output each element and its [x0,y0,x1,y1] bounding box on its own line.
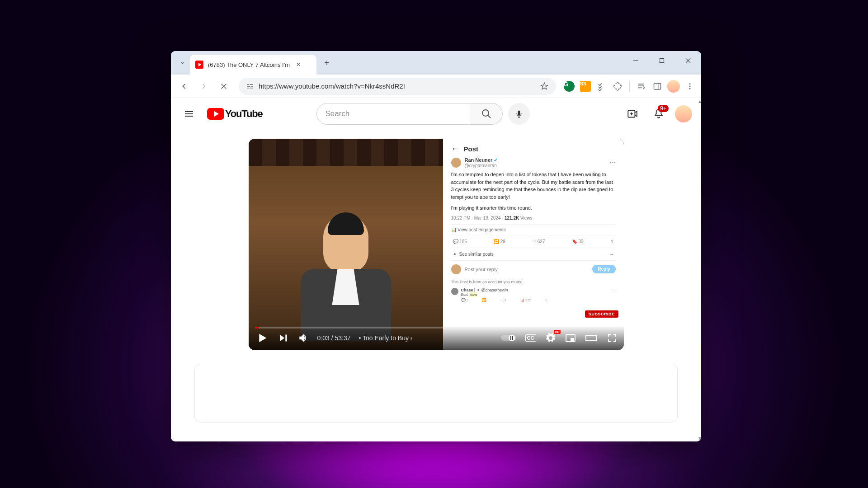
side-panel-icon[interactable] [651,80,664,93]
svg-rect-25 [518,111,520,115]
reply-thread: Chase | ✦ @chasethewin ⋯ that now 💬 1🔁♡ … [451,286,616,304]
video-presenter-region [249,139,443,350]
video-area: ← Post Ran Neuner ✔ @cryptomanran ⋯ I'm … [171,130,701,441]
new-tab-button[interactable]: + [320,56,334,70]
chevron-down-icon [179,60,186,66]
scroll-up-arrow[interactable]: ▴ [698,98,701,104]
url-text: https://www.youtube.com/watch?v=Nkr4ssNd… [259,82,535,90]
extension-grammarly[interactable]: G [562,80,576,93]
svg-rect-14 [638,87,642,88]
reply-row: Post your reply Reply [451,261,616,278]
reply-avatar [451,264,461,274]
back-button[interactable] [175,78,193,95]
tweet-back-icon: ← [451,144,459,154]
tabs-dropdown[interactable] [175,56,190,70]
search-container: Search [316,103,530,125]
svg-rect-34 [571,338,574,341]
svg-rect-6 [247,84,249,85]
url-field[interactable]: https://www.youtube.com/watch?v=Nkr4ssNd… [239,78,556,95]
extension-todoist[interactable] [595,80,609,93]
notification-badge: 9+ [658,105,669,112]
divider [629,81,630,92]
tweet-handle: @cryptomanran [465,163,498,168]
maximize-button[interactable] [649,51,675,70]
youtube-header: YouTube Search 9+ [171,98,701,130]
video-player[interactable]: ← Post Ran Neuner ✔ @cryptomanran ⋯ I'm … [249,139,624,350]
svg-rect-7 [250,84,253,85]
verified-icon: ✔ [494,157,498,163]
stop-reload-button[interactable] [215,78,232,95]
youtube-logo[interactable]: YouTube [207,108,262,120]
reply-input: Post your reply [465,267,589,272]
share-icon: ⇪ [610,239,614,244]
chrome-menu[interactable] [683,80,697,93]
address-bar: https://www.youtube.com/watch?v=Nkr4ssNd… [171,75,701,98]
subscribe-badge: SUBSCRIBE [585,310,618,318]
window-controls [623,51,701,70]
svg-rect-10 [247,88,249,89]
voice-search-button[interactable] [508,103,530,125]
bookmark-count: 🔖 35 [572,239,584,244]
browser-tab[interactable]: (6783) The ONLY 7 Altcoins I'm × [190,55,316,75]
svg-rect-32 [512,336,513,340]
chapter-title[interactable]: • Too Early to Buy › [359,334,412,342]
browser-titlebar: (6783) The ONLY 7 Altcoins I'm × + [171,51,701,75]
tweet-stats: 💬 185 🔁 29 ♡ 627 🔖 35 ⇪ [451,235,616,248]
forward-button[interactable] [195,78,212,95]
svg-rect-22 [185,116,193,117]
notifications-button[interactable]: 9+ [649,104,669,124]
tweet-body-1: I'm so tempted to degen into a list of t… [451,171,616,201]
create-button[interactable] [623,104,642,124]
autoplay-toggle[interactable] [501,334,516,342]
svg-rect-11 [250,88,253,89]
miniplayer-button[interactable] [565,333,576,343]
tweet-post-label: Post [464,145,479,153]
search-icon [481,108,492,119]
below-video-panel [194,364,678,422]
time-display: 0:03 / 53:37 [317,334,351,342]
tweet-meta: 10:22 PM · Mar 19, 2024 · 121.2K Views [451,216,616,221]
close-window-button[interactable] [675,51,701,70]
tweet-avatar [451,158,461,168]
video-frame: ← Post Ran Neuner ✔ @cryptomanran ⋯ I'm … [249,139,624,350]
extension-s3[interactable]: S3 [579,80,592,93]
settings-button[interactable]: HD [545,333,556,343]
tab-close-button[interactable]: × [294,61,302,69]
bookmark-star-icon[interactable] [540,82,549,91]
play-button[interactable] [255,331,269,345]
next-button[interactable] [278,332,289,344]
search-input[interactable]: Search [316,103,470,125]
tweet-body-2: I'm playing it smarter this time round. [451,204,616,212]
svg-point-30 [509,335,515,341]
svg-rect-1 [660,59,664,63]
tweet-author-name: Ran Neuner [465,157,493,163]
guide-menu-button[interactable] [180,105,198,123]
scroll-down-arrow[interactable]: ▾ [698,435,701,441]
extensions-menu[interactable] [611,80,625,93]
captions-button[interactable]: CC [525,334,536,342]
video-tweet-panel: ← Post Ran Neuner ✔ @cryptomanran ⋯ I'm … [443,139,624,350]
theater-button[interactable] [585,333,598,343]
player-controls: 0:03 / 53:37 • Too Early to Buy › CC HD [249,326,624,350]
view-engagements: 📊 View post engagements [451,224,616,235]
svg-line-24 [488,115,491,118]
similar-posts: ✦See similar posts→ [451,248,616,261]
svg-rect-8 [247,86,250,87]
minimize-button[interactable] [623,51,649,70]
site-settings-icon[interactable] [246,82,254,90]
profile-avatar[interactable] [667,80,680,93]
svg-point-19 [689,88,691,89]
search-button[interactable] [470,103,503,125]
muted-notice: This Post is from an account you muted. [451,278,616,286]
account-avatar[interactable] [675,105,692,122]
reading-list-icon[interactable] [634,80,648,93]
reply-count: 💬 185 [453,239,467,244]
fullscreen-button[interactable] [607,333,618,343]
svg-rect-20 [185,111,193,112]
svg-rect-31 [510,336,511,340]
svg-point-17 [689,83,691,84]
youtube-logo-icon [207,108,224,120]
volume-button[interactable] [297,332,309,344]
svg-rect-9 [251,86,253,87]
header-right: 9+ [623,104,692,124]
